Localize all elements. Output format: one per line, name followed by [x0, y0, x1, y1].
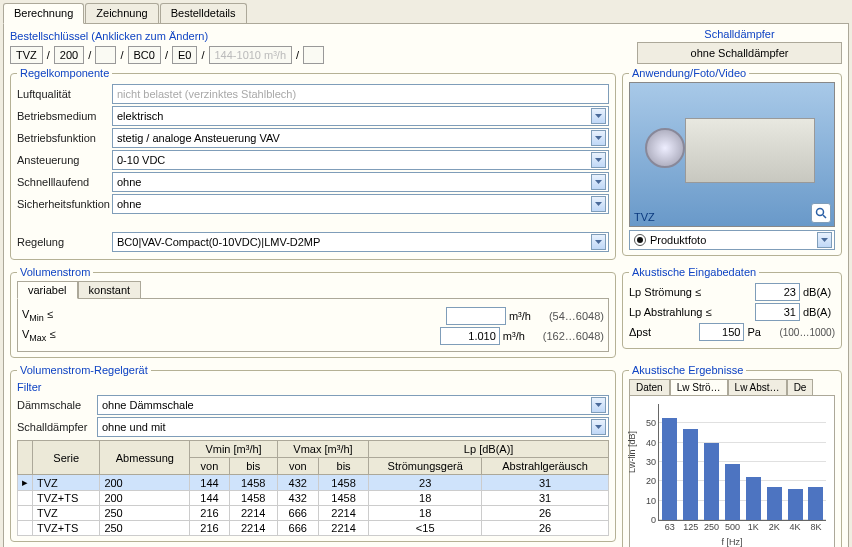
- schnell-select[interactable]: ohne: [112, 172, 609, 192]
- chart-ylabel: Lw-lin [dB]: [627, 430, 637, 472]
- orderkey-label[interactable]: Bestellschlüssel (Anklicken zum Ändern): [10, 30, 633, 42]
- tab-bestelldetails[interactable]: Bestelldetails: [160, 3, 247, 23]
- table-row[interactable]: TVZ+TS200144145843214581831: [18, 491, 609, 506]
- schnell-l: Schnelllaufend: [17, 176, 112, 188]
- chart-tab-lwabst[interactable]: Lw Abst…: [728, 379, 787, 395]
- geraet-legend: Volumenstrom-Regelgerät: [17, 364, 151, 376]
- chevron-down-icon[interactable]: [591, 108, 606, 124]
- ok-0[interactable]: TVZ: [10, 46, 43, 64]
- ak-r3-u: Pa: [744, 326, 779, 338]
- photo-select[interactable]: Produktfoto: [629, 230, 835, 250]
- ak-r2-input[interactable]: [755, 303, 800, 321]
- radio-icon: [634, 234, 646, 246]
- ak-r2-u: dB(A): [800, 306, 835, 318]
- chevron-down-icon[interactable]: [591, 397, 606, 413]
- ak-in-fieldset: Akustische Eingabedaten Lp Strömung ≤dB(…: [622, 266, 842, 349]
- tab-variabel[interactable]: variabel: [17, 281, 78, 299]
- chevron-down-icon[interactable]: [591, 234, 606, 250]
- sd-title: Schalldämpfer: [637, 28, 842, 40]
- tab-berechnung[interactable]: Berechnung: [3, 3, 84, 24]
- unit: m³/h: [509, 310, 549, 322]
- tab-konstant[interactable]: konstant: [78, 281, 142, 298]
- ak-erg-legend: Akustische Ergebnisse: [629, 364, 746, 376]
- vmax-label: VMax ≤: [22, 328, 72, 343]
- ak-erg-fieldset: Akustische Ergebnisse Daten Lw Strö… Lw …: [622, 364, 842, 547]
- vmin-input[interactable]: [446, 307, 506, 325]
- ak-in-legend: Akustische Eingabedaten: [629, 266, 759, 278]
- vmin-label: VMin ≤: [22, 308, 72, 323]
- vmin-range: (54…6048): [549, 310, 604, 322]
- funk-l: Betriebsfunktion: [17, 132, 112, 144]
- th-abm[interactable]: Abmessung: [100, 441, 190, 475]
- sicher-l: Sicherheitsfunktion: [17, 198, 112, 210]
- anst-l: Ansteuerung: [17, 154, 112, 166]
- th-vmin[interactable]: Vmin [m³/h]: [190, 441, 277, 458]
- luftqual-select[interactable]: nicht belastet (verzinktes Stahlblech): [112, 84, 609, 104]
- th-vmax[interactable]: Vmax [m³/h]: [277, 441, 369, 458]
- volstrom-legend: Volumenstrom: [17, 266, 93, 278]
- ok-1[interactable]: 200: [54, 46, 84, 64]
- ak-r3-l: Δpst: [629, 326, 699, 338]
- chevron-down-icon[interactable]: [591, 174, 606, 190]
- funk-select[interactable]: stetig / analoge Ansteuerung VAV: [112, 128, 609, 148]
- ok-3[interactable]: BC0: [128, 46, 161, 64]
- chart-tab-de[interactable]: De: [787, 379, 814, 395]
- filter-label: Filter: [17, 381, 609, 393]
- chevron-down-icon[interactable]: [591, 152, 606, 168]
- geraet-fieldset: Volumenstrom-Regelgerät Filter Dämmschal…: [10, 364, 616, 542]
- th-serie[interactable]: Serie: [33, 441, 100, 475]
- svg-line-1: [823, 215, 826, 218]
- ak-r1-u: dB(A): [800, 286, 835, 298]
- anwendung-legend: Anwendung/Foto/Video: [629, 67, 749, 79]
- ok-6[interactable]: [303, 46, 324, 64]
- chevron-down-icon[interactable]: [591, 419, 606, 435]
- table-row[interactable]: ▸TVZ200144145843214582331: [18, 475, 609, 491]
- anwendung-fieldset: Anwendung/Foto/Video TVZ Produktfoto: [622, 67, 842, 256]
- chevron-down-icon[interactable]: [591, 196, 606, 212]
- damm-select[interactable]: ohne Dämmschale: [97, 395, 609, 415]
- chart-tab-daten[interactable]: Daten: [629, 379, 670, 395]
- damm-l: Dämmschale: [17, 399, 97, 411]
- image-label: TVZ: [634, 211, 655, 223]
- regel-legend: Regelkomponente: [17, 67, 112, 79]
- order-key-row: TVZ/ 200/ / BC0/ E0/ 144-1010 m³/h/: [10, 46, 633, 64]
- volstrom-fieldset: Volumenstrom variabel konstant VMin ≤ m³…: [10, 266, 616, 358]
- ak-r1-l: Lp Strömung ≤: [629, 286, 755, 298]
- bar-chart: Lw-lin [dB] 01020304050631252505001K2K4K…: [629, 395, 835, 547]
- regel-fieldset: Regelkomponente Luftqualität nicht belas…: [10, 67, 616, 260]
- sd-select[interactable]: ohne und mit: [97, 417, 609, 437]
- regelung-l: Regelung: [17, 236, 112, 248]
- chevron-down-icon[interactable]: [591, 130, 606, 146]
- table-row[interactable]: TVZ250216221466622141826: [18, 506, 609, 521]
- regelung-select[interactable]: BC0|VAV-Compact(0-10VDC)|LMV-D2MP: [112, 232, 609, 252]
- ak-r1-input[interactable]: [755, 283, 800, 301]
- ak-r3-range: (100…1000): [779, 327, 835, 338]
- medium-l: Betriebsmedium: [17, 110, 112, 122]
- th-lp[interactable]: Lp [dB(A)]: [369, 441, 609, 458]
- sicher-select[interactable]: ohne: [112, 194, 609, 214]
- magnify-icon[interactable]: [811, 203, 831, 223]
- table-row[interactable]: TVZ+TS25021622146662214<1526: [18, 521, 609, 536]
- svg-point-0: [817, 209, 824, 216]
- unit: m³/h: [503, 330, 543, 342]
- medium-select[interactable]: elektrisch: [112, 106, 609, 126]
- ak-r2-l: Lp Abstrahlung ≤: [629, 306, 755, 318]
- vmax-input[interactable]: [440, 327, 500, 345]
- ok-4[interactable]: E0: [172, 46, 197, 64]
- product-image: TVZ: [629, 82, 835, 227]
- tab-zeichnung[interactable]: Zeichnung: [85, 3, 158, 23]
- chart-xlabel: f [Hz]: [721, 537, 742, 547]
- result-table: Serie Abmessung Vmin [m³/h] Vmax [m³/h] …: [17, 440, 609, 536]
- ak-r3-input[interactable]: [699, 323, 744, 341]
- vmax-range: (162…6048): [543, 330, 604, 342]
- sd-l: Schalldämpfer: [17, 421, 97, 433]
- anst-select[interactable]: 0-10 VDC: [112, 150, 609, 170]
- chevron-down-icon[interactable]: [817, 232, 832, 248]
- luftqual-l: Luftqualität: [17, 88, 112, 100]
- sd-button[interactable]: ohne Schalldämpfer: [637, 42, 842, 64]
- chart-tab-lwstroe[interactable]: Lw Strö…: [670, 379, 728, 396]
- ok-2[interactable]: [95, 46, 116, 64]
- ok-5[interactable]: 144-1010 m³/h: [209, 46, 293, 64]
